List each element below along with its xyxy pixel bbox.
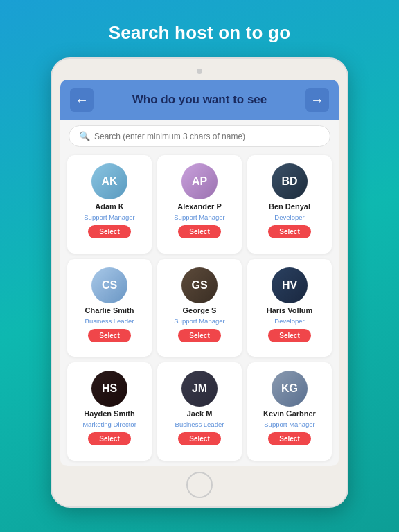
host-initials-charlie: CS xyxy=(102,279,117,292)
host-role-alexander: Support Manager xyxy=(174,213,224,221)
host-avatar-jack: JM xyxy=(181,371,218,407)
host-initials-ben: BD xyxy=(281,175,297,188)
host-name-charlie: Charlie Smith xyxy=(85,306,134,314)
select-button-george[interactable]: Select xyxy=(178,329,220,342)
host-role-hayden: Marketing Director xyxy=(82,420,136,428)
host-role-george: Support Manager xyxy=(174,317,224,325)
search-input[interactable] xyxy=(94,132,320,141)
host-role-haris: Developer xyxy=(274,317,304,325)
host-avatar-hayden: HS xyxy=(91,371,127,407)
host-card-adam: AK Adam K Support Manager Select xyxy=(67,155,152,254)
select-button-ben[interactable]: Select xyxy=(268,225,310,238)
select-button-kevin[interactable]: Select xyxy=(268,432,310,445)
screen-header: ← Who do you want to see → xyxy=(60,80,339,120)
host-role-ben: Developer xyxy=(274,213,304,221)
host-avatar-charlie: CS xyxy=(91,267,127,303)
host-name-jack: Jack M xyxy=(187,409,213,418)
search-bar: 🔍 xyxy=(69,125,330,147)
host-card-kevin: KG Kevin Garbner Support Manager Select xyxy=(247,362,332,461)
host-avatar-kevin: KG xyxy=(272,371,308,407)
host-name-george: George S xyxy=(183,306,217,314)
host-name-hayden: Hayden Smith xyxy=(84,409,134,418)
host-initials-george: GS xyxy=(191,279,207,292)
tablet-home-button[interactable] xyxy=(186,472,213,498)
select-button-hayden[interactable]: Select xyxy=(88,432,130,445)
select-button-charlie[interactable]: Select xyxy=(88,329,130,342)
search-icon: 🔍 xyxy=(79,131,90,141)
host-name-kevin: Kevin Garbner xyxy=(263,409,316,418)
select-button-jack[interactable]: Select xyxy=(178,432,220,445)
host-initials-hayden: HS xyxy=(102,382,117,395)
tablet-screen: ← Who do you want to see → 🔍 AK Adam K S… xyxy=(60,80,339,466)
host-role-adam: Support Manager xyxy=(84,213,134,221)
host-card-ben: BD Ben Denyal Developer Select xyxy=(247,155,332,254)
host-name-alexander: Alexander P xyxy=(177,202,222,211)
host-initials-kevin: KG xyxy=(281,382,298,395)
select-button-haris[interactable]: Select xyxy=(268,329,310,342)
app-title: Search host on to go xyxy=(109,22,291,44)
host-initials-jack: JM xyxy=(192,382,207,395)
host-initials-alexander: AP xyxy=(192,175,207,188)
host-card-alexander: AP Alexander P Support Manager Select xyxy=(157,155,242,254)
select-button-adam[interactable]: Select xyxy=(88,225,130,238)
host-name-haris: Haris Vollum xyxy=(267,306,312,314)
forward-button[interactable]: → xyxy=(305,88,329,112)
host-avatar-adam: AK xyxy=(91,163,127,200)
host-avatar-haris: HV xyxy=(272,267,308,303)
host-initials-adam: AK xyxy=(101,175,117,188)
screen-title: Who do you want to see xyxy=(132,93,267,107)
tablet-camera xyxy=(197,69,202,74)
host-card-charlie: CS Charlie Smith Business Leader Select xyxy=(67,259,152,357)
host-role-jack: Business Leader xyxy=(175,420,224,428)
host-name-ben: Ben Denyal xyxy=(269,202,310,211)
host-name-adam: Adam K xyxy=(95,202,124,211)
host-initials-haris: HV xyxy=(282,279,297,292)
select-button-alexander[interactable]: Select xyxy=(178,225,220,238)
tablet-shell: ← Who do you want to see → 🔍 AK Adam K S… xyxy=(51,57,348,508)
back-button[interactable]: ← xyxy=(70,88,94,112)
host-card-jack: JM Jack M Business Leader Select xyxy=(157,362,242,461)
host-card-hayden: HS Hayden Smith Marketing Director Selec… xyxy=(67,362,152,461)
host-avatar-alexander: AP xyxy=(181,163,218,200)
host-role-kevin: Support Manager xyxy=(264,420,314,428)
hosts-grid: AK Adam K Support Manager Select AP Alex… xyxy=(60,152,339,466)
host-role-charlie: Business Leader xyxy=(85,317,134,325)
host-avatar-ben: BD xyxy=(272,163,308,200)
host-avatar-george: GS xyxy=(181,267,218,303)
host-card-haris: HV Haris Vollum Developer Select xyxy=(247,259,332,357)
host-card-george: GS George S Support Manager Select xyxy=(157,259,242,357)
